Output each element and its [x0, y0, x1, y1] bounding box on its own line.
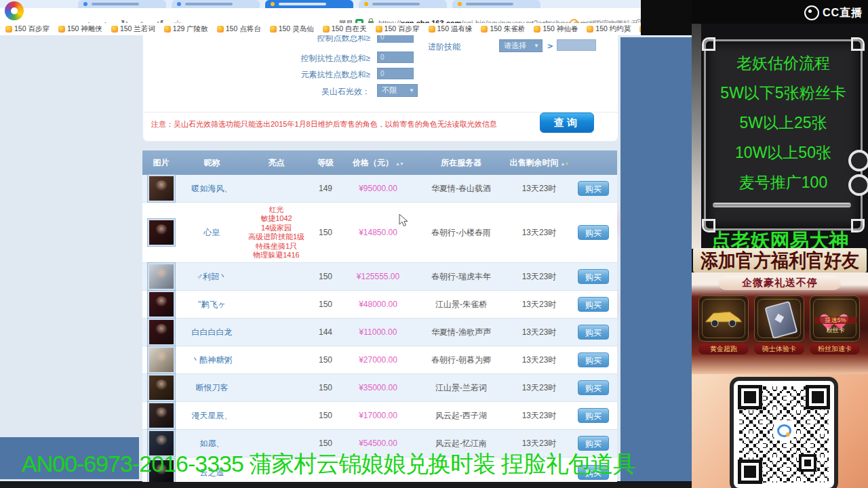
server-cell: 春朝行-瑞虎丰年: [414, 271, 509, 283]
mouse-cursor: [399, 214, 410, 228]
buy-button[interactable]: 购买: [578, 297, 609, 312]
table-header-row: 图片 昵称 亮点 等级 价格（元）▲▼ 所在服务器 出售剩余时间▲▼: [142, 150, 617, 175]
bookmark-item[interactable]: 150 灵岛仙: [270, 24, 314, 34]
tab-favicon: [177, 2, 181, 6]
search-submit-button[interactable]: 查询: [540, 113, 594, 133]
character-name-link[interactable]: 丶酷神糖粥: [192, 355, 233, 365]
buy-button[interactable]: 购买: [578, 408, 609, 423]
server-cell: 风云起-忆江南: [414, 438, 509, 449]
level-cell: 150: [309, 228, 342, 237]
bookmark-item[interactable]: 150 百步穿: [376, 24, 420, 34]
tab-favicon: [271, 2, 275, 6]
character-name-link[interactable]: 如愿、: [200, 439, 224, 448]
adv-skill-select[interactable]: 请选择▼: [499, 39, 542, 52]
qr-code: [730, 377, 838, 488]
table-row: 断恨刀客 150 ¥35000.00 江山景-兰若词 13天23时 购买: [142, 374, 617, 402]
avatar[interactable]: [148, 374, 175, 401]
avatar[interactable]: [148, 219, 175, 246]
browser-tab[interactable]: [78, 0, 166, 8]
buy-button[interactable]: 购买: [578, 181, 609, 196]
level-cell: 150: [309, 439, 342, 448]
level-cell: 150: [309, 411, 342, 420]
bookmark-item[interactable]: 150 百步穿: [5, 24, 50, 34]
panel-corner-ornament: [851, 37, 865, 51]
bookmark-item[interactable]: 150 温有缘: [429, 24, 473, 34]
drop-arrow-icon: ▼: [534, 40, 539, 52]
browser-tab[interactable]: [172, 0, 260, 8]
price-cell: ¥95000.00: [342, 184, 414, 193]
browser-tab-active[interactable]: [265, 0, 353, 8]
bookmark-item[interactable]: 150 朱雀桥: [481, 24, 525, 34]
stream-mask-corner: [641, 0, 695, 35]
panel-line: 麦号推广100: [706, 167, 861, 197]
cbg-page: 控制点数总和≥ 0 控制抗性点数总和≥ 0 元素抗性点数总和≥ 0 吴山石光效：…: [0, 35, 692, 481]
character-name-link[interactable]: 漫天星辰、: [192, 411, 233, 420]
buy-button[interactable]: 购买: [578, 380, 609, 395]
bookmark-item[interactable]: 150 自在天: [323, 24, 367, 34]
buy-button[interactable]: 购买: [578, 325, 609, 340]
avatar[interactable]: [148, 263, 175, 290]
server-cell: 江山景-朱雀桥: [414, 299, 509, 310]
level-cell: 150: [309, 272, 342, 281]
character-name-link[interactable]: 白白白白龙: [192, 327, 233, 337]
level-cell: 149: [309, 184, 342, 193]
avatar[interactable]: [148, 346, 175, 373]
bookmark-item[interactable]: 150 兰若词: [111, 24, 155, 34]
character-name-link[interactable]: 心皇: [204, 228, 220, 237]
price-cell: ¥35000.00: [342, 383, 414, 392]
bookmark-item[interactable]: 129 广陵散: [164, 24, 208, 34]
avatar[interactable]: [148, 319, 175, 346]
gift-card-label: 黄金超跑: [698, 344, 749, 354]
ring-ornament: [848, 150, 868, 171]
bookmark-item[interactable]: 150 神雕侠: [58, 24, 102, 34]
price-cell: ¥27000.00: [342, 355, 414, 365]
character-name-link[interactable]: 断恨刀客: [196, 383, 229, 392]
header-price[interactable]: 价格（元）▲▼: [342, 157, 414, 169]
time-sort-icons[interactable]: ▲▼: [561, 161, 569, 166]
bookmark-favicon: [111, 26, 118, 33]
form-input[interactable]: 0: [377, 68, 414, 79]
stream-sidebar: CC直播 老妖估价流程 5W以下5张粉丝卡 5W以上25张 10W以上50张 麦…: [692, 0, 868, 488]
avatar[interactable]: [148, 402, 175, 429]
buy-button[interactable]: 购买: [578, 269, 609, 284]
bookmark-favicon: [164, 26, 171, 33]
panel-corner-ornament: [702, 37, 715, 51]
tab-favicon: [458, 2, 462, 6]
form-input[interactable]: 0: [377, 35, 414, 43]
time-cell: 13天23时: [509, 227, 570, 239]
heart-tag2: 粉丝卡: [820, 326, 851, 335]
light-effect-label: 吴山石光效：: [143, 86, 370, 98]
light-effect-select[interactable]: 不限▼: [377, 84, 418, 97]
avatar[interactable]: [148, 175, 175, 202]
gt-symbol: ＞: [546, 40, 555, 52]
gift-card-label: 粉丝加速卡: [810, 344, 860, 354]
server-cell: 华夏情-春山载酒: [414, 183, 509, 195]
level-cell: 150: [309, 300, 342, 309]
tab-favicon: [83, 2, 87, 6]
adv-skill-input[interactable]: [557, 39, 596, 51]
buy-button[interactable]: 购买: [578, 352, 609, 367]
browser-logo[interactable]: [5, 1, 24, 20]
table-row: ''鹣飞ヶ 150 ¥48000.00 江山景-朱雀桥 13天23时 购买: [142, 291, 617, 319]
character-name-link[interactable]: 暖如海风、: [192, 184, 233, 193]
gold-car-icon: [703, 307, 745, 330]
character-name-link[interactable]: ''鹣飞ヶ: [198, 300, 226, 309]
header-server: 所在服务器: [414, 157, 509, 169]
avatar[interactable]: [148, 291, 175, 318]
time-cell: 13天23时: [509, 327, 570, 338]
level-cell: 150: [309, 383, 342, 392]
bookmark-item[interactable]: 150 神仙眷: [534, 24, 578, 34]
header-time[interactable]: 出售剩余时间▲▼: [509, 157, 570, 169]
time-cell: 13天23时: [509, 299, 570, 310]
form-input[interactable]: 0: [377, 52, 414, 63]
results-table: 图片 昵称 亮点 等级 价格（元）▲▼ 所在服务器 出售剩余时间▲▼ 暖如海风、…: [142, 150, 617, 488]
browser-toolbar: ‹ › ↻ ⌂ ↺ ☆ 网易 https://xqn.cbg.163.com/c…: [0, 8, 641, 24]
wechat-work-icon: [774, 420, 794, 441]
price-sort-icons[interactable]: ▲▼: [395, 161, 403, 166]
buy-button[interactable]: 购买: [578, 225, 609, 240]
character-name-link[interactable]: ♂利韶丶: [197, 272, 227, 281]
bookmark-item[interactable]: 150 约约莫: [587, 24, 631, 34]
browser-tab[interactable]: [359, 0, 447, 8]
browser-tab[interactable]: [452, 0, 540, 8]
bookmark-item[interactable]: 150 点将台: [217, 24, 261, 34]
